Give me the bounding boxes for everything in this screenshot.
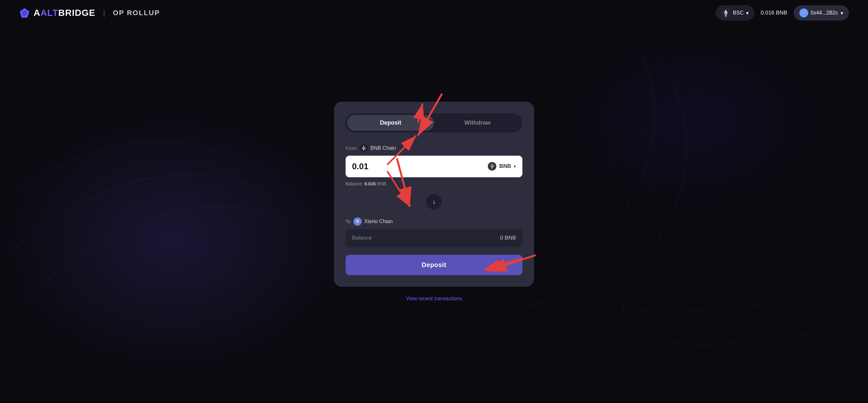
- svg-point-13: [488, 162, 496, 171]
- wallet-address: 0x44...2B2c: [811, 10, 838, 16]
- swap-direction-button[interactable]: ↓: [426, 194, 442, 209]
- bnb-token-icon: [488, 162, 497, 171]
- to-chain-name: Xterio Chain: [364, 219, 393, 224]
- token-chevron: ▾: [514, 164, 516, 169]
- tab-deposit[interactable]: Deposit: [347, 115, 434, 131]
- from-chain-name: BNB Chain: [370, 145, 396, 151]
- balance-bold: 0.016: [364, 181, 376, 186]
- wallet-avatar: [799, 8, 808, 18]
- tabs-container: Deposit Withdraw: [346, 113, 522, 133]
- bnb-chain-icon: [360, 144, 368, 152]
- header-balance: 0.016 BNB: [761, 10, 787, 16]
- to-balance-value: 0 BNB: [500, 235, 516, 241]
- to-label-row: To X Xterio Chain: [346, 217, 522, 226]
- header-right: BSC ▾ 0.016 BNB 0x44...2B2c ▾: [716, 5, 849, 20]
- to-label-text: To: [346, 219, 351, 224]
- logo-separator: |: [103, 8, 105, 18]
- token-name: BNB: [499, 163, 511, 170]
- deposit-button[interactable]: Deposit: [346, 255, 522, 275]
- network-chevron: ▾: [746, 10, 749, 16]
- xterio-chain-icon: X: [353, 217, 362, 226]
- svg-point-7: [800, 9, 808, 17]
- svg-point-8: [360, 144, 368, 152]
- balance-unit: BNB: [377, 181, 386, 186]
- eth-icon: [721, 8, 730, 18]
- logo-text: AALTBRIDGE: [34, 8, 95, 18]
- main-content: Deposit Withdraw From BNB Chain 0.01: [0, 0, 868, 403]
- tab-withdraw[interactable]: Withdraw: [434, 115, 521, 131]
- to-balance-label: Balance: [352, 235, 372, 241]
- network-selector[interactable]: BSC ▾: [716, 5, 754, 20]
- wallet-chevron: ▾: [841, 10, 843, 16]
- logo-diamond-icon: [19, 8, 30, 18]
- view-transactions-link[interactable]: View recent transactions: [406, 296, 462, 301]
- amount-value: 0.01: [352, 162, 369, 171]
- from-label-row: From BNB Chain: [346, 144, 522, 152]
- header: AALTBRIDGE | OP ROLLUP BSC ▾ 0.016 BNB: [0, 0, 868, 26]
- logo: AALTBRIDGE | OP ROLLUP: [19, 8, 160, 18]
- arrow-down-icon: ↓: [432, 198, 436, 205]
- from-label-text: From: [346, 145, 357, 151]
- amount-input-container: 0.01 BNB ▾: [346, 156, 522, 177]
- wallet-button[interactable]: 0x44...2B2c ▾: [794, 5, 849, 20]
- balance-label: Balance:: [346, 181, 363, 186]
- token-selector[interactable]: BNB ▾: [488, 162, 516, 171]
- logo-subtitle: OP ROLLUP: [113, 9, 160, 17]
- to-balance-container: Balance 0 BNB: [346, 229, 522, 247]
- balance-row: Balance: 0.016 BNB: [346, 181, 522, 186]
- network-name: BSC: [733, 10, 743, 16]
- bridge-card: Deposit Withdraw From BNB Chain 0.01: [334, 102, 534, 287]
